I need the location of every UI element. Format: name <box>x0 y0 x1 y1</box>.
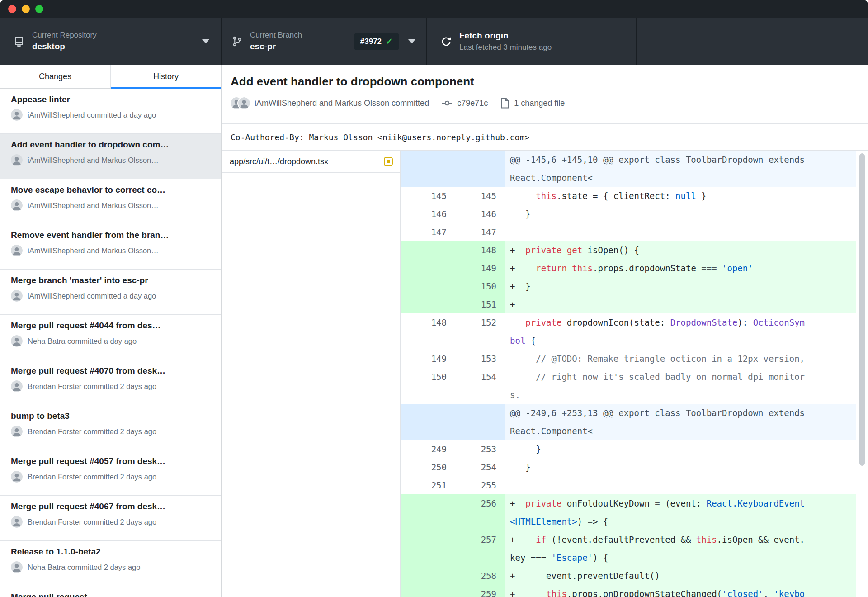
diff-line: 250254 } <box>401 458 856 476</box>
diff-line: 148152 private dropdownIcon(state: Dropd… <box>401 313 856 350</box>
diff-line: @@ -249,6 +253,13 @@ export class Toolba… <box>401 404 856 440</box>
avatar <box>11 109 23 121</box>
branch-dropdown-button[interactable]: Current Branch esc-pr #3972 ✓ <box>222 18 427 65</box>
diff-code <box>505 223 856 241</box>
commit-item-meta: iAmWillShepherd and Markus Olsson… <box>11 245 212 256</box>
commit-item-meta: iAmWillShepherd committed a day ago <box>11 109 212 121</box>
diff-lines: @@ -145,6 +145,10 @@ export class Toolba… <box>401 151 856 597</box>
diff-line: 249253 } <box>401 440 856 458</box>
commit-item-meta-text: Brendan Forster committed 2 days ago <box>28 518 156 526</box>
commit-list-item[interactable]: Merge pull request #4067 from desk…Brend… <box>0 496 221 541</box>
traffic-lights <box>8 5 43 13</box>
file-modified-icon <box>384 157 393 166</box>
diff-line: 146146 } <box>401 205 856 223</box>
diff-gutter-new: 147 <box>456 223 505 241</box>
diff-gutter-old: 145 <box>401 187 456 205</box>
diff-gutter-old: 249 <box>401 440 456 458</box>
commit-list-item[interactable]: Merge pull request #4057 from desk…Brend… <box>0 450 221 496</box>
sync-icon <box>440 36 452 47</box>
commit-item-title: Move escape behavior to correct co… <box>11 185 212 195</box>
diff-gutter-new: 148 <box>456 241 505 259</box>
zoom-window-button[interactable] <box>35 5 43 13</box>
diff-line: 151+ <box>401 295 856 313</box>
minimize-window-button[interactable] <box>22 5 30 13</box>
diff-line: 147147 <box>401 223 856 241</box>
diff-gutter-old: 250 <box>401 458 456 476</box>
repository-name: desktop <box>32 42 97 52</box>
close-window-button[interactable] <box>8 5 16 13</box>
diff-gutter-old <box>401 585 456 597</box>
committers-text: iAmWillShepherd and Markus Olsson commit… <box>255 99 429 108</box>
diff-gutter-old: 147 <box>401 223 456 241</box>
commit-list-item[interactable]: Merge pull request… <box>0 586 221 597</box>
commit-item-title: Merge pull request #4070 from desk… <box>11 366 212 376</box>
avatar <box>238 97 250 109</box>
commit-list: Appease linteriAmWillShepherd committed … <box>0 89 221 597</box>
commit-list-item[interactable]: Merge pull request #4044 from des…Neha B… <box>0 315 221 360</box>
diff-gutter-new: 258 <box>456 567 505 585</box>
diff-code: + event.preventDefault() <box>505 567 856 585</box>
commit-item-meta-text: Neha Batra committed a day ago <box>28 337 137 346</box>
diff-gutter-new: 257 <box>456 531 505 567</box>
diff-scrollbar[interactable] <box>856 151 868 597</box>
commit-item-meta-text: iAmWillShepherd committed a day ago <box>28 292 156 300</box>
diff-gutter-old: 251 <box>401 476 456 494</box>
commit-list-item[interactable]: bump to beta3Brendan Forster committed 2… <box>0 405 221 450</box>
fetch-origin-button[interactable]: Fetch origin Last fetched 3 minutes ago <box>427 18 637 65</box>
commit-list-item[interactable]: Release to 1.1.0-beta2Neha Batra committ… <box>0 541 221 586</box>
diff-code: private dropdownIcon(state: DropdownStat… <box>505 313 856 350</box>
chevron-down-icon <box>202 39 209 43</box>
commit-list-item[interactable]: Add event handler to dropdown com…iAmWil… <box>0 134 221 179</box>
branch-label: Current Branch <box>250 31 302 40</box>
commit-list-item[interactable]: Merge branch 'master' into esc-priAmWill… <box>0 270 221 315</box>
diff-gutter-new: 255 <box>456 476 505 494</box>
avatar <box>11 335 23 347</box>
diff-gutter-old <box>401 241 456 259</box>
diff-gutter-new: 259 <box>456 585 505 597</box>
diff-gutter-old: 146 <box>401 205 456 223</box>
diff-line: 149153 // @TODO: Remake triangle octicon… <box>401 350 856 368</box>
avatar <box>11 471 23 483</box>
diff-gutter-old <box>401 277 456 295</box>
repo-icon <box>14 36 25 47</box>
commit-item-meta: Brendan Forster committed 2 days ago <box>11 380 212 392</box>
diff-hunk-header: @@ -145,6 +145,10 @@ export class Toolba… <box>505 151 856 187</box>
repository-dropdown-button[interactable]: Current Repository desktop <box>0 18 222 65</box>
commit-item-title: Merge pull request #4057 from desk… <box>11 456 212 466</box>
diff-gutter-new: 152 <box>456 313 505 350</box>
diff-gutter-new: 256 <box>456 494 505 531</box>
changed-files-count: 1 changed file <box>514 99 565 108</box>
commit-item-meta-text: iAmWillShepherd and Markus Olsson… <box>28 201 159 210</box>
commit-list-item[interactable]: Appease linteriAmWillShepherd committed … <box>0 89 221 134</box>
diff-code: // right now it's scaled badly on normal… <box>505 368 856 404</box>
commit-item-meta-text: iAmWillShepherd and Markus Olsson… <box>28 246 159 255</box>
diff-gutter-new: 254 <box>456 458 505 476</box>
commit-item-meta-text: Brendan Forster committed 2 days ago <box>28 473 156 481</box>
commit-list-item[interactable]: Remove event handler from the bran…iAmWi… <box>0 224 221 270</box>
file-list-item[interactable]: app/src/ui/t…/dropdown.tsx <box>222 151 400 173</box>
diff-code: // @TODO: Remake triangle octicon in a 1… <box>505 350 856 368</box>
commit-item-meta-text: Brendan Forster committed 2 days ago <box>28 427 156 436</box>
commit-list-item[interactable]: Move escape behavior to correct co…iAmWi… <box>0 179 221 224</box>
tab-history[interactable]: History <box>111 65 221 88</box>
commit-item-title: Release to 1.1.0-beta2 <box>11 547 212 557</box>
diff-gutter <box>401 151 505 187</box>
scrollbar-thumb[interactable] <box>859 153 865 466</box>
diff-gutter-new: 145 <box>456 187 505 205</box>
diff-line: 258+ event.preventDefault() <box>401 567 856 585</box>
diff-line: 145145 this.state = { clientRect: null } <box>401 187 856 205</box>
diff-code: + return this.props.dropdownState === 'o… <box>505 259 856 277</box>
diff-line: 256+ private onFoldoutKeyDown = (event: … <box>401 494 856 531</box>
toolbar: Current Repository desktop Current Branc… <box>0 18 868 65</box>
avatar <box>11 290 23 302</box>
repository-label: Current Repository <box>32 31 97 40</box>
commit-item-meta-text: iAmWillShepherd committed a day ago <box>28 111 156 119</box>
commit-list-item[interactable]: Merge pull request #4070 from desk…Brend… <box>0 360 221 405</box>
avatar <box>11 199 23 211</box>
check-icon: ✓ <box>386 37 393 46</box>
diff-code: + } <box>505 277 856 295</box>
tab-changes[interactable]: Changes <box>0 65 111 88</box>
diff-code: this.state = { clientRect: null } <box>505 187 856 205</box>
diff-code: + <box>505 295 856 313</box>
commit-detail-pane: Add event handler to dropdown component … <box>222 65 868 597</box>
